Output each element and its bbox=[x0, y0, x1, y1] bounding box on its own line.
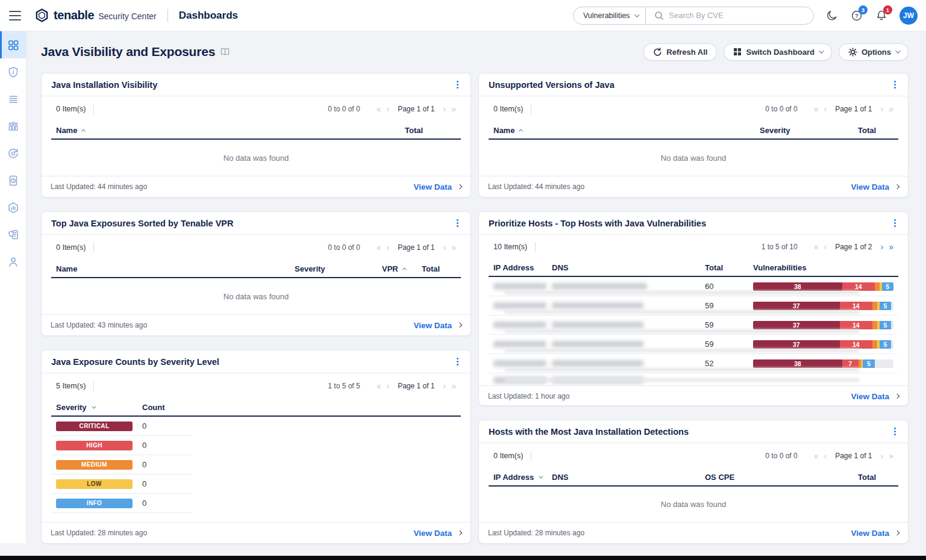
first-page-button[interactable]: « bbox=[814, 452, 819, 460]
prev-page-button[interactable]: ‹ bbox=[386, 243, 389, 252]
column-header-name[interactable]: Name bbox=[56, 264, 295, 273]
sort-asc-icon bbox=[519, 129, 523, 133]
last-page-button[interactable]: » bbox=[889, 105, 893, 113]
next-page-button[interactable]: › bbox=[443, 105, 446, 113]
help-button[interactable]: ? 3 bbox=[850, 9, 863, 22]
first-page-button[interactable]: « bbox=[377, 105, 381, 113]
first-page-button[interactable]: « bbox=[814, 243, 819, 251]
book-icon[interactable] bbox=[221, 48, 230, 56]
view-data-link[interactable]: View Data bbox=[851, 392, 899, 401]
switch-dashboard-label: Switch Dashboard bbox=[746, 48, 814, 57]
item-count: 0 Item(s) bbox=[493, 452, 523, 460]
view-data-link[interactable]: View Data bbox=[413, 182, 461, 191]
prev-page-button[interactable]: ‹ bbox=[386, 382, 389, 390]
last-page-button[interactable]: » bbox=[451, 382, 456, 390]
host-row[interactable]: 59 37145 bbox=[489, 296, 898, 316]
switch-dashboard-button[interactable]: Switch Dashboard bbox=[724, 43, 831, 61]
next-page-button[interactable]: › bbox=[881, 452, 884, 460]
next-page-button[interactable]: › bbox=[881, 105, 884, 113]
sort-asc-icon bbox=[81, 129, 86, 133]
options-button[interactable]: Options bbox=[839, 43, 909, 61]
panel-title: Java Installation Visibility bbox=[51, 80, 157, 90]
column-header-name[interactable]: Name bbox=[493, 126, 760, 135]
empty-state: No data was found bbox=[479, 140, 908, 176]
view-data-link[interactable]: View Data bbox=[413, 529, 461, 538]
menu-icon[interactable] bbox=[9, 11, 21, 20]
next-page-button[interactable]: › bbox=[443, 382, 446, 390]
last-updated: Last Updated: 44 minutes ago bbox=[51, 182, 147, 191]
first-page-button[interactable]: « bbox=[377, 243, 381, 252]
user-avatar[interactable]: JW bbox=[899, 7, 918, 25]
view-data-link[interactable]: View Data bbox=[851, 182, 899, 191]
search-scope-dropdown[interactable]: Vulnerabilities bbox=[574, 11, 645, 20]
column-header-count[interactable]: Count bbox=[142, 403, 461, 412]
host-total: 52 bbox=[705, 359, 753, 368]
main-content: Java Visibility and Exposures Refresh Al… bbox=[27, 31, 926, 544]
empty-state: No data was found bbox=[479, 487, 908, 522]
last-page-button[interactable]: » bbox=[889, 243, 893, 251]
prev-page-button[interactable]: ‹ bbox=[824, 105, 827, 113]
column-header-total[interactable]: Total bbox=[858, 473, 898, 482]
sidebar-item-scans[interactable] bbox=[0, 140, 27, 167]
column-header-total[interactable]: Total bbox=[422, 264, 461, 273]
column-header-total[interactable]: Total bbox=[405, 126, 461, 135]
redacted-ip bbox=[493, 283, 546, 290]
column-header-os-cpe[interactable]: OS CPE bbox=[705, 473, 858, 482]
sidebar-item-assets[interactable] bbox=[0, 113, 27, 140]
prev-page-button[interactable]: ‹ bbox=[824, 243, 827, 251]
panel-menu-icon[interactable] bbox=[454, 355, 461, 368]
refresh-all-button[interactable]: Refresh All bbox=[643, 43, 717, 61]
column-header-total[interactable]: Total bbox=[705, 263, 753, 272]
column-header-ip-address[interactable]: IP Address bbox=[493, 263, 552, 272]
panel-menu-icon[interactable] bbox=[454, 78, 461, 91]
prev-page-button[interactable]: ‹ bbox=[824, 452, 827, 460]
panel-menu-icon[interactable] bbox=[892, 78, 898, 91]
host-row[interactable]: 59 37145 bbox=[489, 335, 898, 354]
sidebar-item-vulnerabilities[interactable] bbox=[0, 58, 27, 86]
severity-badge-medium: MEDIUM bbox=[56, 460, 133, 470]
vulnerability-bar: 3875 bbox=[753, 359, 893, 368]
column-header-dns[interactable]: DNS bbox=[552, 473, 705, 482]
redacted-ip bbox=[493, 322, 546, 328]
next-page-button[interactable]: › bbox=[881, 243, 884, 251]
range-text: 1 to 5 of 10 bbox=[762, 243, 798, 251]
panel-title: Top Java Exposures Sorted by Tenable VPR bbox=[51, 219, 233, 228]
column-header-severity[interactable]: Severity bbox=[760, 126, 858, 135]
column-header-name[interactable]: Name bbox=[56, 126, 405, 135]
dark-mode-toggle[interactable] bbox=[825, 9, 839, 22]
last-updated: Last Updated: 44 minutes ago bbox=[488, 182, 584, 191]
view-data-link[interactable]: View Data bbox=[413, 321, 461, 330]
last-page-button[interactable]: » bbox=[451, 243, 456, 252]
notifications-button[interactable]: 1 bbox=[875, 9, 888, 22]
column-header-severity[interactable]: Severity bbox=[56, 403, 142, 412]
column-header-dns[interactable]: DNS bbox=[552, 263, 705, 272]
host-row[interactable]: 52 3875 bbox=[489, 354, 898, 373]
sidebar-item-tenable-one[interactable] bbox=[0, 194, 27, 221]
next-page-button[interactable]: › bbox=[443, 243, 446, 252]
column-header-severity[interactable]: Severity bbox=[295, 264, 382, 273]
sidebar-item-analysis[interactable] bbox=[0, 86, 27, 113]
last-page-button[interactable]: » bbox=[451, 105, 456, 113]
severity-row-critical: CRITICAL 0 bbox=[51, 417, 192, 436]
sidebar-item-policies[interactable] bbox=[0, 221, 27, 248]
column-header-vulnerabilities[interactable]: Vulnerabilities bbox=[753, 263, 898, 272]
last-page-button[interactable]: » bbox=[889, 452, 893, 460]
sidebar-item-users[interactable] bbox=[0, 248, 27, 275]
sidebar-item-reports[interactable] bbox=[0, 167, 27, 194]
panel-menu-icon[interactable] bbox=[892, 425, 898, 438]
host-row[interactable]: 59 37145 bbox=[489, 316, 898, 335]
first-page-button[interactable]: « bbox=[814, 105, 819, 113]
panel-unsupported-java: Unsupported Versions of Java 0 Item(s) 0… bbox=[478, 73, 909, 198]
column-header-ip-address[interactable]: IP Address bbox=[493, 473, 552, 482]
panel-menu-icon[interactable] bbox=[454, 217, 461, 229]
sidebar-item-dashboards[interactable] bbox=[0, 31, 27, 58]
severity-row-medium: MEDIUM 0 bbox=[51, 455, 192, 474]
first-page-button[interactable]: « bbox=[377, 382, 381, 390]
column-header-vpr[interactable]: VPR bbox=[382, 264, 422, 273]
view-data-link[interactable]: View Data bbox=[851, 529, 899, 538]
prev-page-button[interactable]: ‹ bbox=[386, 105, 389, 113]
panel-menu-icon[interactable] bbox=[892, 217, 898, 229]
column-header-total[interactable]: Total bbox=[858, 126, 898, 135]
search-input[interactable] bbox=[669, 11, 813, 20]
host-row[interactable]: 60 38145 bbox=[489, 277, 898, 296]
